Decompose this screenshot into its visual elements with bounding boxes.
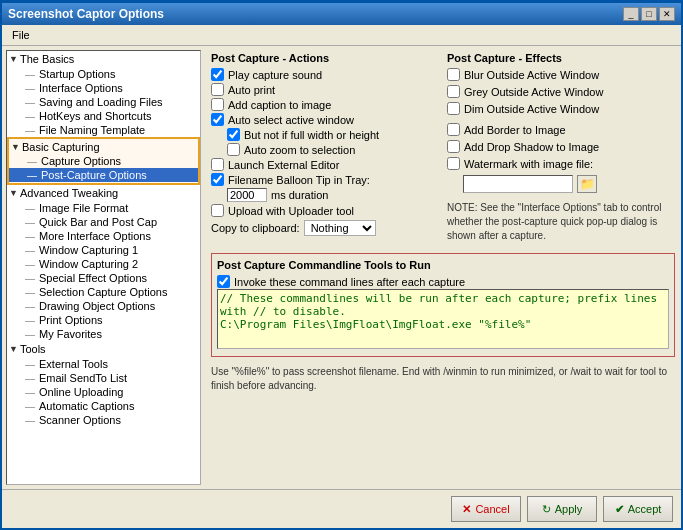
tree-moreinterface[interactable]: —More Interface Options <box>7 229 200 243</box>
watermark-file-input[interactable] <box>463 175 573 193</box>
action-balloon-checkbox[interactable] <box>211 173 224 186</box>
tree-emailsendto[interactable]: —Email SendTo List <box>7 371 200 385</box>
action-autozoom-checkbox[interactable] <box>227 143 240 156</box>
clipboard-select[interactable]: Nothing Image Filename <box>304 220 376 236</box>
action-addcaption-label: Add caption to image <box>228 99 331 111</box>
tree-imagefileformat[interactable]: —Image File Format <box>7 201 200 215</box>
cancel-icon: ✕ <box>462 503 471 516</box>
ms-duration-input[interactable] <box>227 188 267 202</box>
effect-dim-checkbox[interactable] <box>447 102 460 115</box>
tree-windowcap1[interactable]: —Window Capturing 1 <box>7 243 200 257</box>
effect-grey-checkbox[interactable] <box>447 85 460 98</box>
action-autozoom-label: Auto zoom to selection <box>244 144 355 156</box>
tree-group-advanced[interactable]: ▼Advanced Tweaking <box>7 185 200 201</box>
tree-quickbar[interactable]: —Quick Bar and Post Cap <box>7 215 200 229</box>
effects-list: Blur Outside Active Window Grey Outside … <box>447 67 675 245</box>
tree-filenaming[interactable]: —File Naming Template <box>7 123 200 137</box>
effect-watermark-checkbox[interactable] <box>447 157 460 170</box>
effect-border-checkbox[interactable] <box>447 123 460 136</box>
action-autoprint: Auto print <box>211 82 439 97</box>
minimize-button[interactable]: _ <box>623 7 639 21</box>
main-window: Screenshot Captor Options _ □ ✕ File ▼Th… <box>0 0 683 530</box>
cmd-info-text: Use "%file%" to pass screenshot filename… <box>211 365 675 393</box>
tree-saving[interactable]: —Saving and Loading Files <box>7 95 200 109</box>
effect-shadow-label: Add Drop Shadow to Image <box>464 141 599 153</box>
effect-blur: Blur Outside Active Window <box>447 67 675 82</box>
tree-basics-label: The Basics <box>20 53 74 65</box>
panel-columns: Post Capture - Actions Play capture soun… <box>211 52 675 245</box>
cmd-invoke-checkbox[interactable] <box>217 275 230 288</box>
accept-icon: ✔ <box>615 503 624 516</box>
action-upload-checkbox[interactable] <box>211 204 224 217</box>
tree-autocaptions[interactable]: —Automatic Captions <box>7 399 200 413</box>
tree-group-basics[interactable]: ▼The Basics <box>7 51 200 67</box>
tree-print[interactable]: —Print Options <box>7 313 200 327</box>
tree-selectioncap[interactable]: —Selection Capture Options <box>7 285 200 299</box>
tree-interface[interactable]: —Interface Options <box>7 81 200 95</box>
close-button[interactable]: ✕ <box>659 7 675 21</box>
effect-blur-checkbox[interactable] <box>447 68 460 81</box>
tree-drawingobj[interactable]: —Drawing Object Options <box>7 299 200 313</box>
effect-border-label: Add Border to Image <box>464 124 566 136</box>
tree-specialeffect[interactable]: —Special Effect Options <box>7 271 200 285</box>
accept-button[interactable]: ✔ Accept <box>603 496 673 522</box>
action-notfull: But not if full width or height <box>211 127 439 142</box>
action-launchexternal: Launch External Editor <box>211 157 439 172</box>
clipboard-label: Copy to clipboard: <box>211 222 300 234</box>
action-balloon-label: Filename Balloon Tip in Tray: <box>228 174 370 186</box>
action-play-sound-label: Play capture sound <box>228 69 322 81</box>
cmd-tools-box: Post Capture Commandline Tools to Run In… <box>211 253 675 357</box>
tree-windowcap2[interactable]: —Window Capturing 2 <box>7 257 200 271</box>
right-panel: Post Capture - Actions Play capture soun… <box>205 46 681 489</box>
action-autoprint-checkbox[interactable] <box>211 83 224 96</box>
cmd-textarea[interactable]: // These commandlines will be run after … <box>217 289 669 349</box>
cmd-tools-title: Post Capture Commandline Tools to Run <box>217 259 669 271</box>
cancel-button[interactable]: ✕ Cancel <box>451 496 521 522</box>
menu-bar: File <box>2 25 681 46</box>
tree-onlineupload[interactable]: —Online Uploading <box>7 385 200 399</box>
tree-scanner[interactable]: —Scanner Options <box>7 413 200 427</box>
tree-startup[interactable]: —Startup Options <box>7 67 200 81</box>
effect-watermark-label: Watermark with image file: <box>464 158 593 170</box>
menu-file[interactable]: File <box>6 27 36 43</box>
effect-shadow-checkbox[interactable] <box>447 140 460 153</box>
action-notfull-checkbox[interactable] <box>227 128 240 141</box>
action-autoselectwindow-label: Auto select active window <box>228 114 354 126</box>
effects-note: NOTE: See the "Interface Options" tab to… <box>447 199 675 245</box>
action-autoselectwindow-checkbox[interactable] <box>211 113 224 126</box>
action-autoselectwindow: Auto select active window <box>211 112 439 127</box>
effect-watermark: Watermark with image file: <box>447 156 675 171</box>
action-play-sound-checkbox[interactable] <box>211 68 224 81</box>
main-content: ▼The Basics —Startup Options —Interface … <box>2 46 681 489</box>
effect-grey-label: Grey Outside Active Window <box>464 86 603 98</box>
title-controls: _ □ ✕ <box>623 7 675 21</box>
tree-capture-options[interactable]: —Capture Options <box>9 154 198 168</box>
action-launchexternal-label: Launch External Editor <box>228 159 339 171</box>
action-addcaption-checkbox[interactable] <box>211 98 224 111</box>
watermark-browse-button[interactable]: 📁 <box>577 175 597 193</box>
action-launchexternal-checkbox[interactable] <box>211 158 224 171</box>
effect-dim-label: Dim Outside Active Window <box>464 103 599 115</box>
cmd-invoke-row: Invoke these command lines after each ca… <box>217 274 669 289</box>
effects-title: Post Capture - Effects <box>447 52 675 64</box>
actions-panel: Post Capture - Actions Play capture soun… <box>211 52 439 245</box>
effect-grey: Grey Outside Active Window <box>447 84 675 99</box>
apply-button[interactable]: ↻ Apply <box>527 496 597 522</box>
ms-duration-label: ms duration <box>271 189 328 201</box>
tree-myfavorites[interactable]: —My Favorites <box>7 327 200 341</box>
tree-externaltools[interactable]: —External Tools <box>7 357 200 371</box>
maximize-button[interactable]: □ <box>641 7 657 21</box>
action-notfull-label: But not if full width or height <box>244 129 379 141</box>
cancel-label: Cancel <box>475 503 509 515</box>
tree-hotkeys[interactable]: —HotKeys and Shortcuts <box>7 109 200 123</box>
tree-post-capture-options[interactable]: —Post-Capture Options <box>9 168 198 182</box>
ms-duration-row: ms duration <box>211 187 439 203</box>
actions-title: Post Capture - Actions <box>211 52 439 64</box>
action-autozoom: Auto zoom to selection <box>211 142 439 157</box>
action-play-sound: Play capture sound <box>211 67 439 82</box>
effect-border: Add Border to Image <box>447 122 675 137</box>
action-upload: Upload with Uploader tool <box>211 203 439 218</box>
tree-group-tools[interactable]: ▼Tools <box>7 341 200 357</box>
tree-group-basic-capturing[interactable]: ▼Basic Capturing —Capture Options —Post-… <box>7 137 200 185</box>
action-balloon: Filename Balloon Tip in Tray: <box>211 172 439 187</box>
